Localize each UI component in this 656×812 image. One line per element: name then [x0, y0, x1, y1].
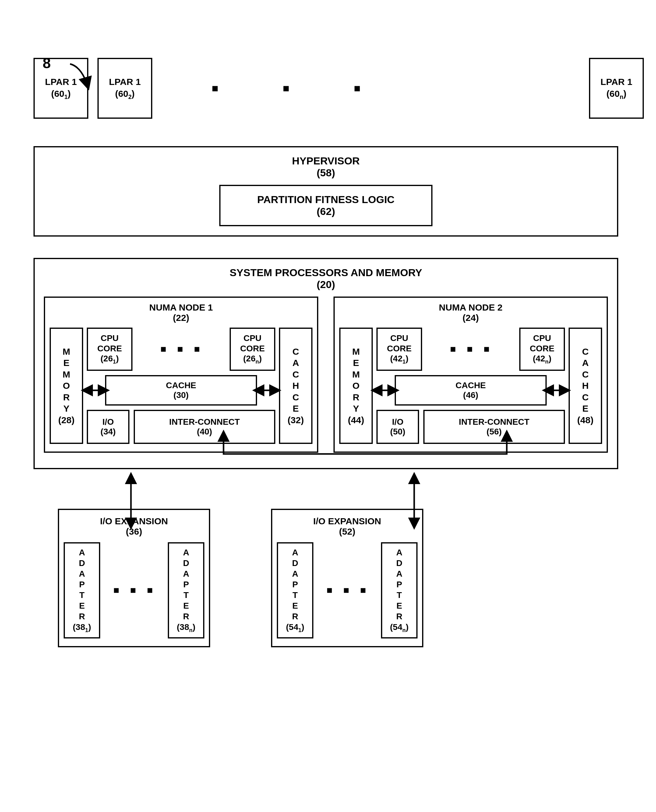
lpar-label: LPAR 1: [45, 76, 77, 88]
system-label: SYSTEM PROCESSORS AND MEMORY: [230, 267, 422, 279]
hypervisor-box: HYPERVISOR (58) PARTITION FITNESS LOGIC …: [34, 146, 618, 236]
arrow-cache-vcache: [256, 387, 278, 394]
adapter-1-1: ADAPTER(381): [63, 542, 100, 638]
numa1-cpu-1: CPU CORE (261): [87, 327, 133, 371]
numa1-cpu-n: CPU CORE (26n): [230, 327, 275, 371]
io-expansion-2: I/O EXPANSION (52) ADAPTER(541) ■ ■ ■ AD…: [271, 509, 423, 647]
numa2-cache: CACHE (46): [395, 375, 547, 406]
cpu-ellipsis: ■ ■ ■: [136, 327, 226, 371]
numa2-interconnect: INTER-CONNECT (56): [423, 410, 565, 444]
numa1-content: MEMORY(28) CPU CORE (261) ■ ■ ■ CPU CORE: [50, 327, 313, 444]
numa2-io-row: I/O (50) INTER-CONNECT (56): [376, 410, 565, 444]
system-diagram: 8 LPAR 1 (601) LPAR 1 (602) ■■■ LPAR 1 (…: [12, 58, 644, 647]
lpar-row: LPAR 1 (601) LPAR 1 (602) ■■■ LPAR 1 (60…: [34, 58, 644, 119]
numa1-interconnect: INTER-CONNECT (40): [134, 410, 275, 444]
numa2-cpu-row: CPU CORE (421) ■ ■ ■ CPU CORE (42n): [376, 327, 565, 371]
system-block: SYSTEM PROCESSORS AND MEMORY (20) NUMA N…: [34, 258, 618, 469]
numa1-io-row: I/O (34) INTER-CONNECT (40): [87, 410, 275, 444]
lpar-label: LPAR 1: [600, 76, 632, 88]
numa2-memory: MEMORY(44): [339, 327, 373, 444]
numa2-label: NUMA NODE 2: [439, 303, 503, 313]
arrow-mem-cache: [84, 387, 106, 394]
numa2-ref: (24): [463, 313, 479, 323]
lpar-n: LPAR 1 (60n): [589, 58, 644, 119]
numa2-mid: CPU CORE (421) ■ ■ ■ CPU CORE (42n) CACH…: [376, 327, 565, 444]
hypervisor-ref: (58): [317, 167, 335, 179]
partition-fitness-ref: (62): [317, 205, 335, 218]
lpar-ref: (60n): [606, 88, 626, 101]
lpar-label: LPAR 1: [109, 76, 141, 88]
lpar-ellipsis: ■■■: [180, 82, 393, 95]
arrow-cache-vcache-2: [545, 387, 567, 394]
numa1-mid: CPU CORE (261) ■ ■ ■ CPU CORE (26n) CACH…: [87, 327, 275, 444]
numa1-cache: CACHE (30): [105, 375, 257, 406]
adapter-ellipsis: ■ ■ ■: [105, 542, 163, 638]
numa1-label: NUMA NODE 1: [149, 303, 213, 313]
cpu-ellipsis: ■ ■ ■: [426, 327, 515, 371]
lpar-1: LPAR 1 (601): [34, 58, 88, 119]
figure-number: 8: [43, 55, 51, 71]
numa2-content: MEMORY(44) CPU CORE (421) ■ ■ ■ CPU CORE: [339, 327, 602, 444]
numa1-memory: MEMORY(28): [50, 327, 83, 444]
adapter-ellipsis: ■ ■ ■: [318, 542, 376, 638]
lpar-ref: (601): [51, 88, 71, 101]
io-expansion-1: I/O EXPANSION (36) ADAPTER(381) ■ ■ ■ AD…: [58, 509, 210, 647]
numa1-cpu-row: CPU CORE (261) ■ ■ ■ CPU CORE (26n): [87, 327, 275, 371]
ioexp2-adapters: ADAPTER(541) ■ ■ ■ ADAPTER(54n): [277, 542, 418, 638]
numa-node-2: NUMA NODE 2 (24) MEMORY(44) CPU CORE (42…: [334, 296, 608, 453]
partition-fitness-label: PARTITION FITNESS LOGIC: [257, 194, 395, 205]
numa-node-1: NUMA NODE 1 (22) MEMORY(28) CPU CORE (26…: [44, 296, 318, 453]
adapter-2-1: ADAPTER(541): [277, 542, 313, 638]
system-ref: (20): [317, 279, 335, 290]
adapter-2-n: ADAPTER(54n): [381, 542, 418, 638]
numa-row: NUMA NODE 1 (22) MEMORY(28) CPU CORE (26…: [44, 296, 608, 453]
lpar-ref: (602): [115, 88, 135, 101]
lpar-2: LPAR 1 (602): [97, 58, 152, 119]
numa2-vcache: CACHCE(48): [569, 327, 602, 444]
io-expansion-row: I/O EXPANSION (36) ADAPTER(381) ■ ■ ■ AD…: [58, 509, 644, 647]
numa1-io: I/O (34): [87, 410, 130, 444]
numa1-ref: (22): [173, 313, 189, 323]
partition-fitness-box: PARTITION FITNESS LOGIC (62): [219, 185, 432, 226]
ioexp1-adapters: ADAPTER(381) ■ ■ ■ ADAPTER(38n): [63, 542, 204, 638]
numa1-vcache: CACHCE(32): [279, 327, 313, 444]
numa2-io: I/O (50): [376, 410, 419, 444]
numa2-cpu-1: CPU CORE (421): [376, 327, 422, 371]
hypervisor-label: HYPERVISOR: [292, 155, 360, 167]
adapter-1-n: ADAPTER(38n): [168, 542, 204, 638]
numa2-cpu-n: CPU CORE (42n): [519, 327, 565, 371]
arrow-mem-cache-2: [374, 387, 396, 394]
